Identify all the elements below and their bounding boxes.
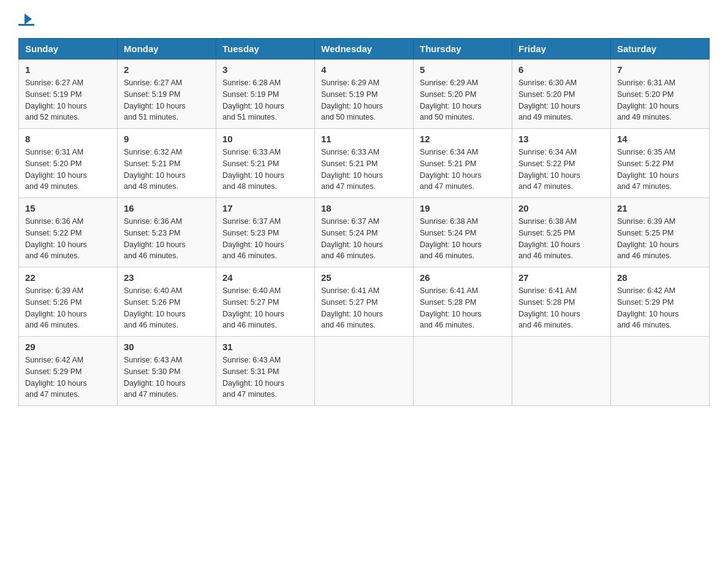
day-number: 11 (321, 134, 407, 144)
day-info: Sunrise: 6:41 AMSunset: 5:28 PMDaylight:… (518, 285, 604, 331)
day-info: Sunrise: 6:34 AMSunset: 5:22 PMDaylight:… (518, 147, 604, 193)
day-info: Sunrise: 6:40 AMSunset: 5:27 PMDaylight:… (222, 285, 308, 331)
calendar-cell: 17 Sunrise: 6:37 AMSunset: 5:23 PMDaylig… (216, 198, 315, 267)
day-info: Sunrise: 6:42 AMSunset: 5:29 PMDaylight:… (25, 354, 111, 400)
calendar-cell: 29 Sunrise: 6:42 AMSunset: 5:29 PMDaylig… (19, 337, 118, 406)
calendar-week-5: 29 Sunrise: 6:42 AMSunset: 5:29 PMDaylig… (19, 337, 710, 406)
day-number: 10 (222, 134, 308, 144)
day-number: 6 (518, 64, 604, 75)
day-number: 21 (617, 203, 703, 213)
day-number: 9 (124, 134, 210, 144)
day-number: 12 (420, 134, 506, 144)
calendar-cell: 12 Sunrise: 6:34 AMSunset: 5:21 PMDaylig… (414, 129, 512, 198)
day-info: Sunrise: 6:39 AMSunset: 5:25 PMDaylight:… (617, 216, 703, 262)
calendar-cell: 16 Sunrise: 6:36 AMSunset: 5:23 PMDaylig… (118, 198, 216, 267)
day-number: 7 (617, 64, 703, 75)
page-header (18, 12, 710, 26)
day-info: Sunrise: 6:33 AMSunset: 5:21 PMDaylight:… (222, 147, 308, 193)
logo-underline (18, 24, 34, 26)
day-info: Sunrise: 6:35 AMSunset: 5:22 PMDaylight:… (617, 147, 703, 193)
calendar-cell (611, 337, 710, 406)
calendar-cell: 7 Sunrise: 6:31 AMSunset: 5:20 PMDayligh… (611, 59, 710, 129)
calendar-body: 1 Sunrise: 6:27 AMSunset: 5:19 PMDayligh… (19, 59, 710, 406)
day-info: Sunrise: 6:38 AMSunset: 5:24 PMDaylight:… (420, 216, 506, 262)
day-number: 28 (617, 272, 703, 283)
day-info: Sunrise: 6:30 AMSunset: 5:20 PMDaylight:… (518, 77, 604, 123)
calendar-cell: 19 Sunrise: 6:38 AMSunset: 5:24 PMDaylig… (414, 198, 512, 267)
calendar-cell: 5 Sunrise: 6:29 AMSunset: 5:20 PMDayligh… (414, 59, 512, 129)
calendar-cell: 18 Sunrise: 6:37 AMSunset: 5:24 PMDaylig… (315, 198, 414, 267)
calendar-week-2: 8 Sunrise: 6:31 AMSunset: 5:20 PMDayligh… (19, 129, 710, 198)
day-info: Sunrise: 6:38 AMSunset: 5:25 PMDaylight:… (518, 216, 604, 262)
day-number: 16 (124, 203, 210, 213)
day-info: Sunrise: 6:29 AMSunset: 5:20 PMDaylight:… (420, 77, 506, 123)
day-info: Sunrise: 6:27 AMSunset: 5:19 PMDaylight:… (124, 77, 210, 123)
calendar-week-1: 1 Sunrise: 6:27 AMSunset: 5:19 PMDayligh… (19, 59, 710, 129)
day-number: 4 (321, 64, 407, 75)
calendar-cell (315, 337, 414, 406)
day-number: 23 (124, 272, 210, 283)
svg-marker-0 (25, 13, 32, 25)
col-header-friday: Friday (512, 39, 611, 59)
calendar-cell: 6 Sunrise: 6:30 AMSunset: 5:20 PMDayligh… (512, 59, 611, 129)
day-number: 26 (420, 272, 506, 283)
logo (18, 12, 34, 26)
day-info: Sunrise: 6:43 AMSunset: 5:31 PMDaylight:… (222, 354, 308, 400)
calendar-cell: 26 Sunrise: 6:41 AMSunset: 5:28 PMDaylig… (414, 267, 512, 337)
calendar-cell (414, 337, 512, 406)
day-number: 22 (25, 272, 111, 283)
calendar-cell: 11 Sunrise: 6:33 AMSunset: 5:21 PMDaylig… (315, 129, 414, 198)
calendar-cell: 20 Sunrise: 6:38 AMSunset: 5:25 PMDaylig… (512, 198, 611, 267)
calendar-cell: 31 Sunrise: 6:43 AMSunset: 5:31 PMDaylig… (216, 337, 315, 406)
calendar-cell: 30 Sunrise: 6:43 AMSunset: 5:30 PMDaylig… (118, 337, 216, 406)
calendar-cell: 3 Sunrise: 6:28 AMSunset: 5:19 PMDayligh… (216, 59, 315, 129)
day-info: Sunrise: 6:40 AMSunset: 5:26 PMDaylight:… (124, 285, 210, 331)
day-info: Sunrise: 6:36 AMSunset: 5:22 PMDaylight:… (25, 216, 111, 262)
day-number: 14 (617, 134, 703, 144)
col-header-monday: Monday (118, 39, 216, 59)
col-header-wednesday: Wednesday (315, 39, 414, 59)
calendar-cell: 4 Sunrise: 6:29 AMSunset: 5:19 PMDayligh… (315, 59, 414, 129)
day-number: 31 (222, 342, 308, 352)
day-number: 17 (222, 203, 308, 213)
calendar-week-3: 15 Sunrise: 6:36 AMSunset: 5:22 PMDaylig… (19, 198, 710, 267)
day-info: Sunrise: 6:31 AMSunset: 5:20 PMDaylight:… (617, 77, 703, 123)
day-info: Sunrise: 6:41 AMSunset: 5:27 PMDaylight:… (321, 285, 407, 331)
calendar-cell: 13 Sunrise: 6:34 AMSunset: 5:22 PMDaylig… (512, 129, 611, 198)
day-number: 18 (321, 203, 407, 213)
calendar-table: SundayMondayTuesdayWednesdayThursdayFrid… (18, 38, 710, 406)
day-info: Sunrise: 6:37 AMSunset: 5:23 PMDaylight:… (222, 216, 308, 262)
day-number: 19 (420, 203, 506, 213)
day-info: Sunrise: 6:41 AMSunset: 5:28 PMDaylight:… (420, 285, 506, 331)
day-info: Sunrise: 6:39 AMSunset: 5:26 PMDaylight:… (25, 285, 111, 331)
day-number: 24 (222, 272, 308, 283)
day-info: Sunrise: 6:36 AMSunset: 5:23 PMDaylight:… (124, 216, 210, 262)
calendar-header: SundayMondayTuesdayWednesdayThursdayFrid… (19, 39, 710, 59)
calendar-cell: 24 Sunrise: 6:40 AMSunset: 5:27 PMDaylig… (216, 267, 315, 337)
calendar-week-4: 22 Sunrise: 6:39 AMSunset: 5:26 PMDaylig… (19, 267, 710, 337)
calendar-cell: 10 Sunrise: 6:33 AMSunset: 5:21 PMDaylig… (216, 129, 315, 198)
day-number: 8 (25, 134, 111, 144)
calendar-cell: 23 Sunrise: 6:40 AMSunset: 5:26 PMDaylig… (118, 267, 216, 337)
calendar-cell (512, 337, 611, 406)
day-info: Sunrise: 6:43 AMSunset: 5:30 PMDaylight:… (124, 354, 210, 400)
calendar-cell: 2 Sunrise: 6:27 AMSunset: 5:19 PMDayligh… (118, 59, 216, 129)
calendar-cell: 8 Sunrise: 6:31 AMSunset: 5:20 PMDayligh… (19, 129, 118, 198)
day-info: Sunrise: 6:27 AMSunset: 5:19 PMDaylight:… (25, 77, 111, 123)
day-info: Sunrise: 6:28 AMSunset: 5:19 PMDaylight:… (222, 77, 308, 123)
calendar-cell: 22 Sunrise: 6:39 AMSunset: 5:26 PMDaylig… (19, 267, 118, 337)
day-number: 20 (518, 203, 604, 213)
calendar-cell: 15 Sunrise: 6:36 AMSunset: 5:22 PMDaylig… (19, 198, 118, 267)
col-header-sunday: Sunday (19, 39, 118, 59)
day-number: 30 (124, 342, 210, 352)
calendar-cell: 9 Sunrise: 6:32 AMSunset: 5:21 PMDayligh… (118, 129, 216, 198)
day-info: Sunrise: 6:37 AMSunset: 5:24 PMDaylight:… (321, 216, 407, 262)
day-info: Sunrise: 6:33 AMSunset: 5:21 PMDaylight:… (321, 147, 407, 193)
calendar-cell: 21 Sunrise: 6:39 AMSunset: 5:25 PMDaylig… (611, 198, 710, 267)
day-info: Sunrise: 6:34 AMSunset: 5:21 PMDaylight:… (420, 147, 506, 193)
day-number: 13 (518, 134, 604, 144)
col-header-saturday: Saturday (611, 39, 710, 59)
day-info: Sunrise: 6:32 AMSunset: 5:21 PMDaylight:… (124, 147, 210, 193)
col-header-thursday: Thursday (414, 39, 512, 59)
header-row: SundayMondayTuesdayWednesdayThursdayFrid… (19, 39, 710, 59)
